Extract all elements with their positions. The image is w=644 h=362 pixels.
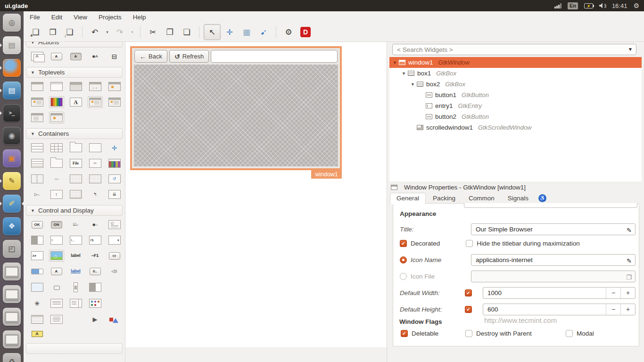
clock[interactable]: 16:41 (612, 2, 627, 9)
palette-item[interactable]: label (70, 267, 82, 276)
icon-file-entry[interactable]: ❐ (471, 271, 636, 282)
palette-item[interactable]: A (70, 53, 82, 60)
palette-item[interactable] (89, 299, 101, 308)
launcher-item-window-thumb-2[interactable] (0, 283, 24, 305)
palette-item[interactable]: ▫▫ (89, 159, 101, 168)
palette-item[interactable]: A (32, 331, 43, 337)
palette-section-actions[interactable]: ▼Actions (26, 42, 123, 48)
launcher-item-window-thumb-3[interactable] (0, 305, 24, 328)
default-height-checkbox[interactable] (465, 306, 472, 313)
file-browse-icon[interactable]: ❐ (626, 272, 632, 283)
palette-item[interactable]: A (70, 98, 82, 107)
palette-item[interactable] (31, 315, 43, 324)
palette-item[interactable]: 0.. (90, 268, 101, 275)
expander-icon[interactable]: ▼ (409, 82, 416, 87)
palette-item[interactable]: ON (51, 221, 62, 229)
palette-item[interactable] (70, 82, 82, 91)
palette-item[interactable] (89, 143, 101, 152)
palette-item[interactable]: A (31, 52, 43, 61)
palette-item[interactable]: ▭ (109, 252, 120, 260)
launcher-item-window-thumb-4[interactable] (0, 328, 24, 351)
toolbar-undo-button[interactable]: ↶ (87, 25, 103, 40)
designed-scrolledwindow-placeholder[interactable] (134, 65, 338, 166)
palette-item[interactable] (50, 251, 63, 260)
icon-file-radio[interactable] (400, 273, 407, 280)
palette-item[interactable]: ▫ ▫ (89, 82, 101, 91)
network-signal-icon[interactable] (554, 3, 561, 8)
palette-item[interactable] (108, 220, 121, 229)
palette-section-containers[interactable]: ▼Containers (26, 128, 123, 139)
palette-item[interactable]: label (70, 251, 82, 260)
edit-pencil-icon[interactable]: ✎ (627, 255, 632, 266)
launcher-item-workspace-switcher[interactable]: ◰ (0, 238, 24, 260)
palette-item[interactable] (70, 190, 82, 199)
palette-item[interactable]: ▾ (108, 236, 121, 245)
palette-item[interactable] (70, 299, 82, 308)
palette-item[interactable] (70, 174, 82, 183)
palette-item[interactable]: ✛ (108, 143, 121, 152)
palette-item[interactable] (50, 82, 63, 91)
designed-url-entry[interactable] (211, 50, 338, 63)
palette-item[interactable] (31, 236, 43, 245)
launcher-item-files[interactable]: ▤ (0, 34, 24, 57)
decrement-button[interactable]: − (606, 304, 620, 315)
tree-row-button1[interactable]: button1GtkButton (389, 90, 642, 100)
palette-item[interactable]: ○○○ (50, 174, 63, 183)
palette-item[interactable] (31, 98, 43, 107)
launcher-item-terminal[interactable]: >_ (0, 102, 24, 124)
palette-item[interactable]: I... (70, 236, 82, 245)
toolbar-edit-alignment-button[interactable]: ➹ (256, 25, 272, 40)
palette-item[interactable] (89, 98, 101, 107)
palette-item[interactable] (50, 113, 63, 122)
palette-item[interactable] (70, 143, 82, 152)
palette-item[interactable]: ◉– (89, 220, 101, 229)
battery-icon[interactable]: ⚡ (584, 3, 593, 8)
palette-item[interactable]: ⊟ (108, 52, 121, 61)
toolbar-paste-button[interactable]: ❏ (179, 25, 195, 40)
expander-icon[interactable]: ▼ (391, 60, 398, 65)
launcher-item-notes[interactable]: ✎ (0, 170, 24, 192)
tab-general[interactable]: General (390, 193, 426, 204)
designed-window[interactable]: ← Back ↺ Refresh (130, 46, 342, 170)
palette-item[interactable]: ↺ (108, 174, 121, 183)
palette-item[interactable] (75, 314, 76, 324)
volume-icon[interactable]: ⟩⟩ (599, 3, 606, 8)
palette-item[interactable] (31, 269, 43, 274)
deletable-checkbox[interactable] (401, 330, 408, 337)
palette-item[interactable] (50, 299, 63, 308)
palette-item[interactable]: A (51, 53, 62, 60)
tree-row-window1[interactable]: ▼window1GtkWindow (389, 57, 642, 68)
tab-signals[interactable]: Signals (502, 193, 535, 204)
launcher-item-window-thumb-1[interactable] (0, 260, 24, 283)
palette-item[interactable] (108, 82, 121, 91)
designed-back-button[interactable]: ← Back (134, 50, 167, 63)
session-gear-icon[interactable]: ⚙ (633, 2, 639, 9)
search-combo-arrow-icon[interactable]: ▼ (628, 47, 633, 52)
palette-item[interactable] (31, 159, 43, 168)
menu-view[interactable]: View (74, 14, 87, 21)
launcher-item-dash-home[interactable]: ◎ (0, 11, 24, 34)
modal-checkbox[interactable] (566, 330, 573, 337)
toolbar-devhelp-button[interactable]: D (297, 25, 314, 40)
tree-row-box2[interactable]: ▼box2GtkBox (389, 79, 642, 90)
menu-file[interactable]: File (30, 14, 40, 21)
toolbar-save-button[interactable]: ❑↓ (62, 25, 78, 40)
palette-item[interactable] (50, 159, 63, 168)
tree-row-entry1[interactable]: entry1GtkEntry (389, 100, 642, 111)
toolbar-cut-button[interactable]: ✂ (145, 25, 161, 40)
launcher-item-glade[interactable]: ✐ (0, 192, 24, 215)
menu-projects[interactable]: Projects (99, 14, 122, 21)
launcher-item-media-player[interactable]: ◉ (0, 124, 24, 147)
palette-item[interactable]: –F1 (89, 251, 101, 260)
palette-item[interactable]: I (50, 236, 63, 245)
increment-button[interactable]: + (620, 304, 635, 315)
palette-item[interactable]: ▶ (89, 315, 101, 324)
menu-edit[interactable]: Edit (51, 14, 62, 21)
tab-packing[interactable]: Packing (427, 193, 462, 204)
designed-window-tab[interactable]: window1 (311, 170, 342, 179)
launcher-item-trash[interactable]: ♻ (0, 351, 24, 362)
palette-item[interactable] (74, 282, 78, 292)
palette-item[interactable] (89, 174, 101, 183)
tree-row-scrolledwindow1[interactable]: scrolledwindow1GtkScrolledWindow (389, 122, 642, 133)
default-width-checkbox[interactable] (465, 289, 472, 296)
